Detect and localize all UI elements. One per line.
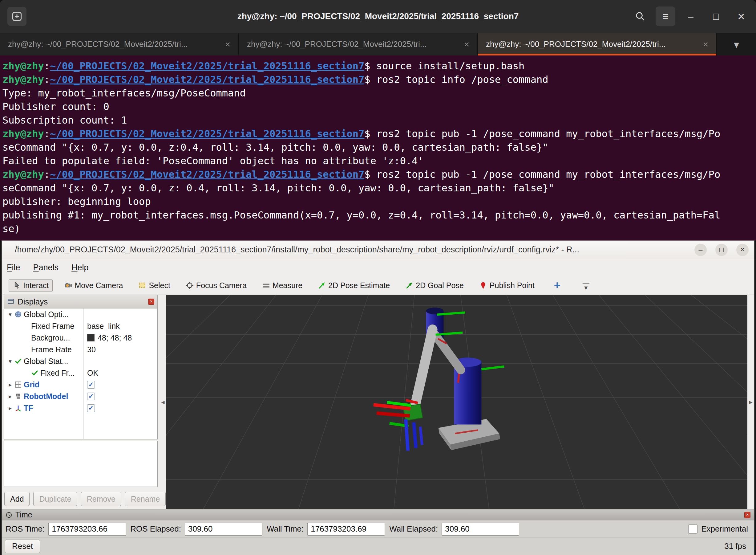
time-bottom-bar: Reset 31 fps: [2, 538, 754, 555]
focus-icon: [186, 281, 194, 289]
rviz-close-button[interactable]: ×: [736, 244, 749, 256]
menu-file[interactable]: File: [7, 263, 20, 272]
prompt-path: ~/00_PROJECTS/02_Moveit2/2025/trial_2025…: [50, 74, 364, 85]
terminal-tab-2[interactable]: zhy@zhy: ~/00_PROJECTS/02_Moveit2/2025/t…: [239, 33, 478, 55]
rviz-titlebar[interactable]: /home/zhy/00_PROJECTS/02_Moveit2/2025/tr…: [2, 241, 754, 259]
expander-right-icon[interactable]: ▸: [6, 381, 14, 388]
color-swatch[interactable]: [87, 334, 95, 341]
tree-row-fixed-frame[interactable]: Fixed Framebase_link: [4, 320, 157, 332]
prompt-path: ~/00_PROJECTS/02_Moveit2/2025/trial_2025…: [50, 60, 364, 72]
minimize-button[interactable]: –: [681, 6, 701, 26]
experimental-checkbox[interactable]: [688, 524, 698, 534]
rviz-maximize-button[interactable]: □: [715, 244, 728, 256]
tool-label: Move Camera: [75, 281, 123, 290]
panel-splitter-left[interactable]: ◂: [159, 295, 166, 509]
ros-time-input[interactable]: [48, 523, 126, 536]
expander-right-icon[interactable]: ▸: [6, 393, 14, 400]
terminal-line: publisher: beginning loop: [2, 195, 754, 208]
terminal-output[interactable]: zhy@zhy:~/00_PROJECTS/02_Moveit2/2025/tr…: [0, 55, 756, 236]
terminal-titlebar[interactable]: zhy@zhy: ~/00_PROJECTS/02_Moveit2/2025/t…: [0, 0, 756, 33]
terminal-tab-1[interactable]: zhy@zhy: ~/00_PROJECTS/02_Moveit2/2025/t…: [0, 33, 239, 55]
tree-row-fixed-fr[interactable]: Fixed Fr...OK: [4, 367, 157, 379]
terminal-line: Failed to populate field: 'PoseCommand' …: [2, 154, 754, 168]
tool-interact[interactable]: Interact: [9, 279, 53, 292]
prompt-dollar: $: [364, 169, 370, 180]
expander-down-icon[interactable]: ▾: [6, 358, 14, 365]
terminal-window: zhy@zhy: ~/00_PROJECTS/02_Moveit2/2025/t…: [0, 0, 756, 240]
tab-close-icon[interactable]: ×: [225, 39, 230, 50]
tree-row-backgrou[interactable]: Backgrou...48; 48; 48: [4, 332, 157, 344]
time-panel-header[interactable]: Time ×: [2, 509, 754, 520]
tree-row-value-cell[interactable]: ✓: [84, 393, 157, 400]
tool-move-camera[interactable]: Move Camera: [60, 279, 127, 292]
rviz-minimize-button[interactable]: –: [695, 244, 707, 256]
checkbox-checked[interactable]: ✓: [87, 381, 95, 389]
tool-measure[interactable]: Measure: [258, 279, 306, 292]
experimental-group: Experimental: [688, 524, 750, 534]
tree-row-value-cell[interactable]: ✓: [84, 381, 157, 389]
tool-label: 2D Goal Pose: [416, 281, 464, 290]
remove-tool-button[interactable]: —▾: [583, 281, 589, 290]
wall-time-input[interactable]: [307, 523, 385, 536]
tool-label: Publish Point: [490, 281, 534, 290]
tree-row-frame-rate[interactable]: Frame Rate30: [4, 344, 157, 355]
tree-row-robotmodel[interactable]: ▸RobotModel✓: [4, 390, 157, 402]
panel-splitter-right[interactable]: ▸: [747, 295, 754, 509]
tree-row-value-cell[interactable]: ✓: [84, 404, 157, 412]
search-button[interactable]: [630, 6, 650, 26]
tool-focus-camera[interactable]: Focus Camera: [182, 279, 251, 292]
tree-row-label: Grid: [24, 380, 39, 389]
prompt-user: zhy@zhy: [2, 60, 44, 72]
tab-close-icon[interactable]: ×: [464, 39, 469, 50]
prompt-path: ~/00_PROJECTS/02_Moveit2/2025/trial_2025…: [50, 128, 364, 140]
tab-list-chevron-button[interactable]: ▾: [717, 33, 756, 55]
tree-row-label: Global Opti...: [24, 310, 69, 319]
add-button[interactable]: Add: [4, 492, 30, 506]
tool-label: 2D Pose Estimate: [328, 281, 390, 290]
tool-2d-pose-estimate[interactable]: 2D Pose Estimate: [314, 279, 394, 292]
tree-row-grid[interactable]: ▸Grid✓: [4, 379, 157, 390]
tree-row-global-opti[interactable]: ▾Global Opti...: [4, 308, 157, 320]
expander-down-icon[interactable]: ▾: [6, 311, 14, 318]
tree-row-label: Frame Rate: [31, 345, 72, 354]
close-button[interactable]: ×: [731, 6, 751, 26]
displays-close-icon[interactable]: ×: [148, 299, 154, 305]
ros-elapsed-input[interactable]: [185, 523, 263, 536]
terminal-line: Subscription count: 1: [2, 114, 754, 127]
maximize-button[interactable]: □: [706, 6, 726, 26]
expander-right-icon[interactable]: ▸: [6, 404, 14, 412]
reset-button[interactable]: Reset: [5, 540, 40, 553]
tree-row-value: 48; 48; 48: [98, 333, 132, 342]
tree-row-global-stat[interactable]: ▾Global Stat...: [4, 355, 157, 367]
time-close-icon[interactable]: ×: [744, 512, 750, 518]
checkbox-checked[interactable]: ✓: [87, 404, 95, 412]
terminal-line: publishing #1: my_robot_interfaces.msg.P…: [2, 208, 754, 222]
point-pin-icon: [479, 281, 487, 289]
displays-panel-header[interactable]: Displays ×: [4, 295, 158, 308]
add-tool-button[interactable]: +: [554, 279, 561, 292]
prompt-dollar: $: [364, 74, 370, 85]
chevron-down-icon: ▾: [734, 38, 739, 50]
wall-elapsed-input[interactable]: [441, 523, 519, 536]
tree-row-label: RobotModel: [24, 392, 68, 401]
tab-label: zhy@zhy: ~/00_PROJECTS/02_Moveit2/2025/t…: [8, 39, 221, 49]
wall-elapsed-label: Wall Elapsed:: [389, 524, 438, 534]
checkbox-checked[interactable]: ✓: [87, 393, 95, 400]
maximize-icon: □: [719, 246, 724, 254]
prompt-dollar: $: [364, 60, 370, 72]
3d-viewport[interactable]: [166, 295, 747, 509]
tree-row-tf[interactable]: ▸TF✓: [4, 402, 157, 414]
menu-panels[interactable]: Panels: [33, 263, 59, 272]
output-text: Type: my_robot_interfaces/msg/PoseComman…: [2, 87, 246, 99]
menu-help[interactable]: Help: [72, 263, 89, 272]
terminal-tab-3[interactable]: zhy@zhy: ~/00_PROJECTS/02_Moveit2/2025/t…: [478, 33, 717, 55]
tool-publish-point[interactable]: Publish Point: [475, 279, 538, 292]
tool-2d-goal-pose[interactable]: 2D Goal Pose: [401, 279, 468, 292]
tool-select[interactable]: Select: [134, 279, 174, 292]
tab-close-icon[interactable]: ×: [703, 39, 708, 50]
new-tab-button[interactable]: [7, 7, 27, 26]
tool-label: Select: [149, 281, 170, 290]
tree-row-value: 30: [87, 345, 96, 354]
output-text: Publisher count: 0: [2, 101, 109, 113]
hamburger-menu-button[interactable]: ≡: [656, 6, 675, 26]
